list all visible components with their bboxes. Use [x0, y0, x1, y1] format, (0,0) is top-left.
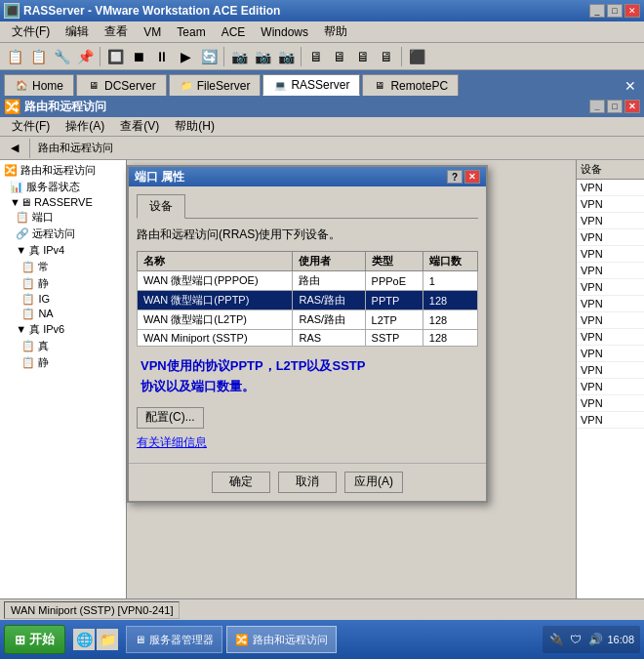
- toolbar-icon-3[interactable]: 🔧: [51, 46, 72, 67]
- toolbar-restart[interactable]: 🔄: [198, 46, 220, 67]
- inner-menu-file[interactable]: 文件(F): [4, 116, 58, 137]
- menu-team[interactable]: Team: [169, 23, 213, 41]
- dialog-close-button[interactable]: ✕: [464, 170, 480, 184]
- inner-title-buttons[interactable]: _ □ ✕: [589, 100, 640, 113]
- toolbar-icon-10[interactable]: 🖥: [329, 46, 350, 67]
- cell-user-1: RAS/路由: [293, 291, 365, 310]
- vpn-item-11[interactable]: VPN: [577, 346, 644, 362]
- toolbar-icon-9[interactable]: 🖥: [305, 46, 327, 67]
- title-bar: ⬛ RASServer - VMware Workstation ACE Edi…: [0, 0, 644, 21]
- toolbar-icon-6[interactable]: 📷: [228, 46, 250, 67]
- vpn-item-15[interactable]: VPN: [577, 412, 644, 429]
- tree-remote-access[interactable]: 🔗 远程访问: [2, 226, 124, 242]
- tree-rasserver[interactable]: ▼🖥 RASSERVE: [2, 195, 124, 209]
- menu-file[interactable]: 文件(F): [4, 21, 58, 42]
- tree-ipv6-general[interactable]: 📋 真: [2, 338, 124, 354]
- vpn-item-2[interactable]: VPN: [577, 196, 644, 213]
- toolbar: 📋 📋 🔧 📌 🔲 ⏹ ⏸ ▶ 🔄 📷 📷 📷 🖥 🖥 🖥 🖥 ⬛: [0, 43, 644, 70]
- toolbar-stop[interactable]: ⏹: [128, 46, 149, 67]
- vpn-item-12[interactable]: VPN: [577, 362, 644, 379]
- main-area: 🔀 路由和远程访问 _ □ ✕ 文件(F) 操作(A) 查看(V) 帮助(H) …: [0, 96, 644, 620]
- tab-remotepc[interactable]: 🖥 RemotePC: [362, 74, 459, 96]
- tree-nat[interactable]: 📋 NA: [2, 307, 124, 321]
- tree-server-status[interactable]: 📊 服务器状态: [2, 179, 124, 195]
- tree-ipv4-static[interactable]: 📋 静: [2, 275, 124, 292]
- apply-button[interactable]: 应用(A): [344, 472, 403, 493]
- minimize-button[interactable]: _: [589, 4, 605, 18]
- start-button[interactable]: ⊞ 开始: [4, 625, 65, 654]
- vpn-item-4[interactable]: VPN: [577, 229, 644, 246]
- toolbar-icon-11[interactable]: 🖥: [352, 46, 374, 67]
- toolbar-icon-5[interactable]: 🔲: [104, 46, 126, 67]
- vpn-item-5[interactable]: VPN: [577, 246, 644, 263]
- tab-fileserver[interactable]: 📁 FileServer: [169, 74, 262, 96]
- inner-menu-view[interactable]: 查看(V): [112, 116, 167, 137]
- inner-tb-back[interactable]: ◀: [4, 138, 25, 159]
- toolbar-icon-8[interactable]: 📷: [275, 46, 297, 67]
- cancel-button[interactable]: 取消: [278, 472, 337, 493]
- menu-vm[interactable]: VM: [136, 23, 169, 41]
- menu-windows[interactable]: Windows: [253, 23, 316, 41]
- title-bar-left: ⬛ RASServer - VMware Workstation ACE Edi…: [4, 3, 280, 19]
- menu-help[interactable]: 帮助: [316, 21, 355, 42]
- toolbar-icon-13[interactable]: ⬛: [406, 46, 427, 67]
- vpn-item-9[interactable]: VPN: [577, 312, 644, 329]
- table-row-0[interactable]: WAN 微型端口(PPPOE)路由PPPoE1: [138, 271, 478, 291]
- dialog-title-buttons[interactable]: ? ✕: [447, 170, 480, 184]
- config-button[interactable]: 配置(C)...: [137, 407, 204, 429]
- taskbar-server-manager[interactable]: 🖥 服务器管理器: [126, 626, 222, 653]
- title-bar-buttons[interactable]: _ □ ✕: [589, 4, 640, 18]
- toolbar-pause[interactable]: ⏸: [151, 46, 173, 67]
- explorer-icon[interactable]: 📁: [97, 629, 118, 650]
- toolbar-icon-7[interactable]: 📷: [252, 46, 273, 67]
- vpn-item-3[interactable]: VPN: [577, 213, 644, 229]
- vpn-item-1[interactable]: VPN: [577, 180, 644, 196]
- ok-button[interactable]: 确定: [212, 472, 270, 493]
- toolbar-icon-12[interactable]: 🖥: [376, 46, 397, 67]
- vpn-item-6[interactable]: VPN: [577, 263, 644, 279]
- tree-ports[interactable]: 📋 端口: [2, 209, 124, 226]
- menu-edit[interactable]: 编辑: [58, 21, 97, 42]
- tree-routing-root[interactable]: 🔀 路由和远程访问: [2, 162, 124, 179]
- tab-dcserver-label: DCServer: [104, 79, 156, 93]
- tree-ipv4[interactable]: ▼ 真 IPv4: [2, 242, 124, 259]
- tab-dcserver[interactable]: 🖥 DCServer: [76, 74, 167, 96]
- toolbar-icon-4[interactable]: 📌: [74, 46, 96, 67]
- maximize-button[interactable]: □: [607, 4, 623, 18]
- ie-icon[interactable]: 🌐: [73, 629, 95, 650]
- table-row-2[interactable]: WAN 微型端口(L2TP)RAS/路由L2TP128: [138, 310, 478, 330]
- inner-restore-button[interactable]: □: [607, 100, 623, 113]
- dialog-help-button[interactable]: ?: [447, 170, 463, 184]
- tree-ipv6[interactable]: ▼ 真 IPv6: [2, 321, 124, 338]
- tree-ipv6-static[interactable]: 📋 静: [2, 354, 124, 371]
- vpn-list-header: 设备: [577, 160, 644, 180]
- tabs-close-button[interactable]: ✕: [624, 78, 640, 96]
- dialog-tab-device[interactable]: 设备: [137, 194, 185, 219]
- tree-ipv4-general[interactable]: 📋 常: [2, 259, 124, 275]
- taskbar-routing[interactable]: 🔀 路由和远程访问: [226, 626, 337, 653]
- cell-user-2: RAS/路由: [293, 310, 365, 330]
- tab-home[interactable]: 🏠 Home: [4, 74, 74, 96]
- table-row-1[interactable]: WAN 微型端口(PPTP)RAS/路由PPTP128: [138, 291, 478, 310]
- toolbar-play[interactable]: ▶: [175, 46, 196, 67]
- cell-ports-2: 128: [423, 310, 477, 330]
- vpn-item-8[interactable]: VPN: [577, 296, 644, 312]
- cell-name-0: WAN 微型端口(PPPOE): [138, 271, 293, 291]
- vpn-item-13[interactable]: VPN: [577, 379, 644, 395]
- vpn-item-10[interactable]: VPN: [577, 329, 644, 346]
- tab-rasserver[interactable]: 💻 RASServer: [262, 74, 360, 96]
- menu-view[interactable]: 查看: [97, 21, 136, 42]
- vpn-item-14[interactable]: VPN: [577, 395, 644, 412]
- inner-menu-action[interactable]: 操作(A): [58, 116, 112, 137]
- toolbar-icon-2[interactable]: 📋: [27, 46, 49, 67]
- inner-close-button[interactable]: ✕: [624, 100, 640, 113]
- details-link[interactable]: 有关详细信息: [137, 434, 478, 451]
- close-button[interactable]: ✕: [624, 4, 640, 18]
- menu-ace[interactable]: ACE: [214, 23, 254, 41]
- table-row-3[interactable]: WAN Miniport (SSTP)RASSSTP128: [138, 330, 478, 347]
- inner-minimize-button[interactable]: _: [589, 100, 605, 113]
- inner-menu-help[interactable]: 帮助(H): [167, 116, 222, 137]
- tree-igmp[interactable]: 📋 IG: [2, 292, 124, 307]
- toolbar-icon-1[interactable]: 📋: [4, 46, 25, 67]
- vpn-item-7[interactable]: VPN: [577, 279, 644, 296]
